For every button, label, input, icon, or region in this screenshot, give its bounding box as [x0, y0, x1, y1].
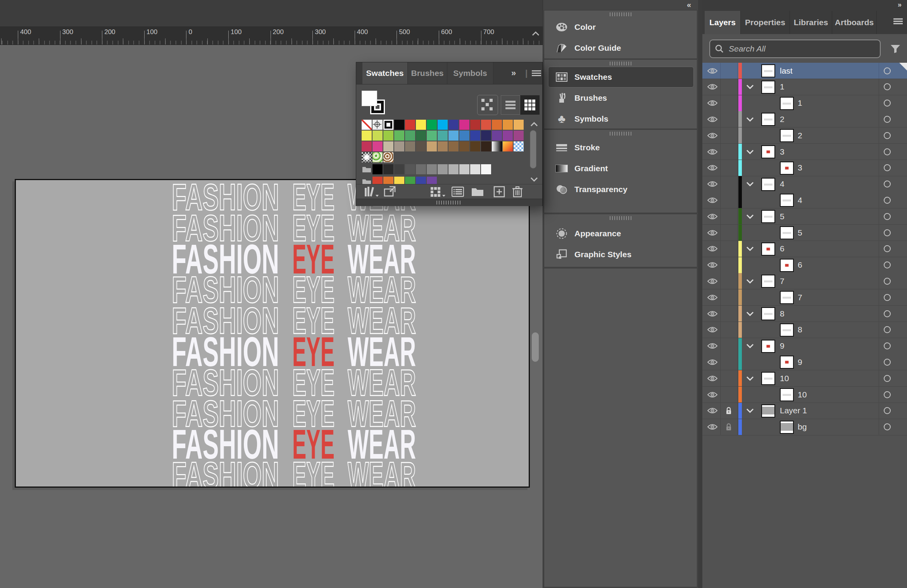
layer-name[interactable]: Layer 1 — [780, 406, 807, 415]
swatch-color[interactable] — [470, 164, 480, 174]
panel-menu-icon[interactable] — [893, 18, 903, 26]
visibility-eye-icon[interactable] — [707, 326, 718, 333]
artboard[interactable]: FASHIONEYEWEARFASHIONEYEWEARFASHIONEYEWE… — [15, 179, 530, 488]
swatch-color[interactable] — [416, 131, 426, 141]
layer-target-circle[interactable] — [884, 326, 891, 333]
swatch-color[interactable] — [372, 177, 383, 184]
swatch-color[interactable] — [503, 131, 513, 141]
layer-target-circle[interactable] — [884, 181, 891, 187]
swatch-pattern-checker[interactable] — [514, 141, 524, 151]
layer-row-3[interactable]: 3 — [702, 144, 907, 160]
layer-row-10[interactable]: 10 — [702, 370, 907, 387]
grid-view-button[interactable] — [520, 95, 540, 115]
swatch-color[interactable] — [372, 141, 383, 151]
swatch-color[interactable] — [459, 120, 469, 130]
layer-target-circle[interactable] — [884, 294, 891, 301]
dock-item-graphic-styles[interactable]: Graphic Styles — [544, 244, 697, 265]
layer-target-circle[interactable] — [884, 83, 891, 90]
layer-row-last[interactable]: last — [702, 63, 907, 79]
swatch-color[interactable] — [394, 141, 404, 151]
layer-name[interactable]: 7 — [780, 277, 785, 286]
swatch-color[interactable] — [470, 141, 480, 151]
layer-row-9[interactable]: 9 — [702, 354, 907, 370]
layer-thumbnail[interactable] — [761, 340, 775, 353]
swatch-color[interactable] — [362, 131, 372, 141]
swatch-color[interactable] — [405, 131, 415, 141]
layer-name[interactable]: 4 — [780, 179, 785, 189]
layer-name[interactable]: 6 — [780, 244, 785, 253]
dock-item-transparency[interactable]: Transparency — [544, 179, 697, 200]
layer-row-1[interactable]: 1 — [702, 95, 907, 112]
canvas-vertical-scrollbar[interactable] — [532, 332, 539, 362]
layer-target-circle[interactable] — [884, 67, 891, 74]
visibility-eye-icon[interactable] — [707, 310, 718, 317]
dock-item-brushes[interactable]: Brushes — [544, 88, 697, 108]
swatch-color[interactable] — [459, 141, 469, 151]
layer-row-6[interactable]: 6 — [702, 241, 907, 257]
swatch-options-icon[interactable] — [452, 186, 464, 198]
layer-thumbnail[interactable] — [780, 226, 794, 239]
swatch-gradient[interactable] — [492, 141, 502, 151]
swatch-color[interactable] — [394, 164, 404, 174]
visibility-eye-icon[interactable] — [707, 83, 718, 90]
visibility-eye-icon[interactable] — [707, 407, 718, 414]
layer-target-circle[interactable] — [884, 132, 891, 139]
layer-thumbnail[interactable] — [761, 242, 775, 256]
layer-row-5[interactable]: 5 — [702, 225, 907, 241]
layer-thumbnail[interactable] — [780, 129, 794, 142]
layer-thumbnail[interactable] — [780, 323, 794, 337]
visibility-eye-icon[interactable] — [707, 197, 718, 204]
layer-row-3[interactable]: 3 — [702, 160, 907, 176]
layer-name[interactable]: 9 — [780, 341, 785, 351]
visibility-eye-icon[interactable] — [707, 229, 718, 236]
swatch-pattern-floral[interactable] — [372, 152, 383, 162]
panel-menu-icon[interactable] — [531, 62, 541, 84]
layer-target-circle[interactable] — [884, 407, 891, 414]
chevron-down-icon[interactable] — [746, 343, 754, 349]
swatch-color[interactable] — [514, 131, 524, 141]
layer-name[interactable]: 3 — [798, 163, 802, 172]
layer-target-circle[interactable] — [884, 391, 891, 398]
swatch-color[interactable] — [416, 120, 426, 130]
swatch-color[interactable] — [405, 164, 415, 174]
layer-name[interactable]: 2 — [780, 115, 785, 124]
swatch-color[interactable] — [405, 141, 415, 151]
layer-thumbnail[interactable] — [780, 421, 794, 434]
swatch-scroll-up-icon[interactable] — [528, 120, 540, 128]
visibility-eye-icon[interactable] — [707, 278, 718, 285]
swatch-color[interactable] — [470, 131, 480, 141]
delete-swatch-icon[interactable] — [512, 186, 523, 198]
chevron-down-icon[interactable] — [746, 376, 754, 381]
layer-thumbnail[interactable] — [780, 162, 794, 175]
layer-target-circle[interactable] — [884, 375, 891, 382]
layer-thumbnail[interactable] — [780, 259, 794, 272]
layer-thumbnail[interactable] — [761, 178, 775, 191]
new-color-group-icon[interactable] — [471, 186, 484, 198]
panel-resize-grip[interactable] — [356, 199, 542, 206]
swatch-color[interactable] — [427, 164, 437, 174]
chevron-down-icon[interactable] — [746, 246, 754, 251]
fill-color-indicator[interactable] — [362, 91, 377, 106]
layer-name[interactable]: 5 — [798, 228, 802, 237]
chevron-down-icon[interactable] — [746, 181, 754, 187]
visibility-eye-icon[interactable] — [707, 67, 718, 74]
swatch-pattern-preview-button[interactable] — [477, 95, 498, 115]
layer-name[interactable]: 3 — [780, 147, 785, 156]
swatch-color[interactable] — [481, 120, 491, 130]
layer-row-8[interactable]: 8 — [702, 322, 907, 338]
visibility-eye-icon[interactable] — [707, 116, 718, 123]
layer-target-circle[interactable] — [884, 229, 891, 236]
layer-name[interactable]: 2 — [798, 131, 802, 140]
layer-name[interactable]: last — [780, 66, 793, 76]
swatch-color[interactable] — [492, 131, 502, 141]
layer-name[interactable]: 1 — [798, 98, 802, 108]
swatch-none[interactable] — [362, 120, 372, 130]
visibility-eye-icon[interactable] — [707, 181, 718, 187]
visibility-eye-icon[interactable] — [707, 391, 718, 398]
layer-row-2[interactable]: 2 — [702, 127, 907, 144]
tab-artboards[interactable]: Artboards — [832, 11, 877, 34]
layer-thumbnail[interactable] — [780, 388, 794, 401]
swatch-color[interactable] — [416, 164, 426, 174]
layer-row-4[interactable]: 4 — [702, 176, 907, 193]
swatch-color[interactable] — [394, 120, 404, 130]
